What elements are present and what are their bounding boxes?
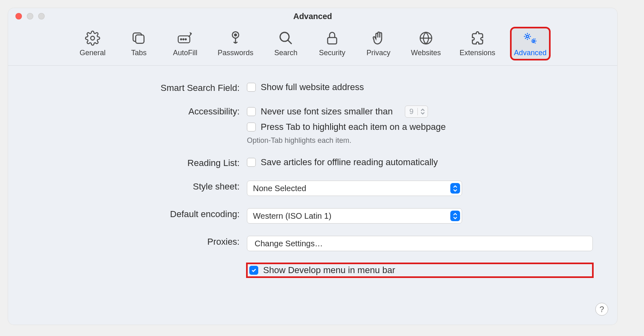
tab-label: Security xyxy=(319,49,346,57)
tab-autofill[interactable]: AutoFill xyxy=(169,28,201,59)
svg-rect-9 xyxy=(328,37,337,44)
preferences-window: Advanced General Tabs AutoFill Passwords xyxy=(8,8,617,325)
style-sheet-label: Style sheet: xyxy=(32,181,240,192)
stepper-buttons[interactable] xyxy=(417,108,428,115)
tab-security[interactable]: Security xyxy=(316,28,348,59)
spacer xyxy=(32,263,240,264)
proxies-label: Proxies: xyxy=(32,236,240,247)
svg-point-8 xyxy=(280,32,289,41)
puzzle-icon xyxy=(469,30,486,46)
gears-icon xyxy=(522,30,538,46)
tab-label: AutoFill xyxy=(173,49,197,57)
preferences-toolbar: General Tabs AutoFill Passwords Search xyxy=(8,24,617,66)
svg-point-3 xyxy=(181,39,182,40)
svg-point-12 xyxy=(533,40,535,42)
tab-websites[interactable]: Websites xyxy=(408,28,443,59)
reading-list-label: Reading List: xyxy=(32,157,240,168)
tab-tabs[interactable]: Tabs xyxy=(123,28,155,59)
advanced-pane: Smart Search Field: Show full website ad… xyxy=(8,66,617,277)
select-value: Western (ISO Latin 1) xyxy=(253,211,331,221)
window-title: Advanced xyxy=(8,12,617,21)
option-text: Show full website address xyxy=(261,82,364,93)
checkbox[interactable] xyxy=(247,83,256,92)
svg-point-4 xyxy=(183,39,184,40)
tab-search[interactable]: Search xyxy=(270,28,302,59)
tab-passwords[interactable]: Passwords xyxy=(215,28,256,59)
globe-icon xyxy=(418,30,434,46)
chevron-updown-icon xyxy=(450,211,460,221)
tab-label: Search xyxy=(274,49,298,57)
chevron-updown-icon xyxy=(450,183,460,194)
lock-icon xyxy=(324,30,340,46)
checkbox[interactable] xyxy=(249,266,258,275)
font-size-stepper[interactable]: 9 xyxy=(405,106,428,118)
search-icon xyxy=(278,30,294,46)
encoding-label: Default encoding: xyxy=(32,208,240,220)
option-text: Press Tab to highlight each item on a we… xyxy=(261,122,446,132)
tab-extensions[interactable]: Extensions xyxy=(457,28,498,59)
min-font-size-option[interactable]: Never use font sizes smaller than xyxy=(247,106,393,117)
tab-privacy[interactable]: Privacy xyxy=(362,28,395,59)
tab-label: Advanced xyxy=(514,49,547,57)
option-text: Save articles for offline reading automa… xyxy=(261,157,438,168)
accessibility-label: Accessibility: xyxy=(32,106,240,117)
gear-icon xyxy=(84,30,101,46)
tab-label: Websites xyxy=(411,49,441,57)
tab-general[interactable]: General xyxy=(76,28,109,59)
svg-point-0 xyxy=(91,36,95,40)
style-sheet-select[interactable]: None Selected xyxy=(247,181,462,196)
button-text: Change Settings… xyxy=(255,239,323,248)
tab-advanced[interactable]: Advanced xyxy=(512,28,549,59)
tab-label: Passwords xyxy=(218,49,253,57)
tabs-icon xyxy=(131,30,147,46)
checkbox[interactable] xyxy=(247,158,256,167)
option-text: Never use font sizes smaller than xyxy=(261,106,393,117)
svg-point-5 xyxy=(185,39,186,40)
offline-reading-option[interactable]: Save articles for offline reading automa… xyxy=(247,157,593,168)
show-full-address-option[interactable]: Show full website address xyxy=(247,82,593,93)
help-button[interactable]: ? xyxy=(595,303,608,316)
select-value: None Selected xyxy=(253,184,306,193)
show-develop-menu-option[interactable]: Show Develop menu in menu bar xyxy=(249,265,395,276)
checkbox[interactable] xyxy=(247,123,256,131)
tab-label: Extensions xyxy=(460,49,495,57)
checkbox[interactable] xyxy=(247,107,256,116)
option-hint: Option-Tab highlights each item. xyxy=(247,136,593,145)
svg-point-11 xyxy=(526,35,529,38)
titlebar: Advanced xyxy=(8,8,617,24)
help-icon: ? xyxy=(599,305,604,314)
svg-point-7 xyxy=(235,34,237,36)
encoding-select[interactable]: Western (ISO Latin 1) xyxy=(247,208,462,224)
font-size-value: 9 xyxy=(405,108,417,116)
tab-highlight-option[interactable]: Press Tab to highlight each item on a we… xyxy=(247,122,593,132)
tab-label: General xyxy=(80,49,106,57)
autofill-icon xyxy=(177,30,193,46)
develop-menu-highlight: Show Develop menu in menu bar xyxy=(247,263,593,277)
change-settings-button[interactable]: Change Settings… xyxy=(247,236,593,251)
tab-label: Tabs xyxy=(131,49,147,57)
svg-rect-1 xyxy=(136,35,144,43)
option-text: Show Develop menu in menu bar xyxy=(263,265,395,276)
hand-icon xyxy=(370,30,387,46)
tab-label: Privacy xyxy=(367,49,391,57)
key-icon xyxy=(227,30,244,46)
smart-search-label: Smart Search Field: xyxy=(32,82,240,93)
